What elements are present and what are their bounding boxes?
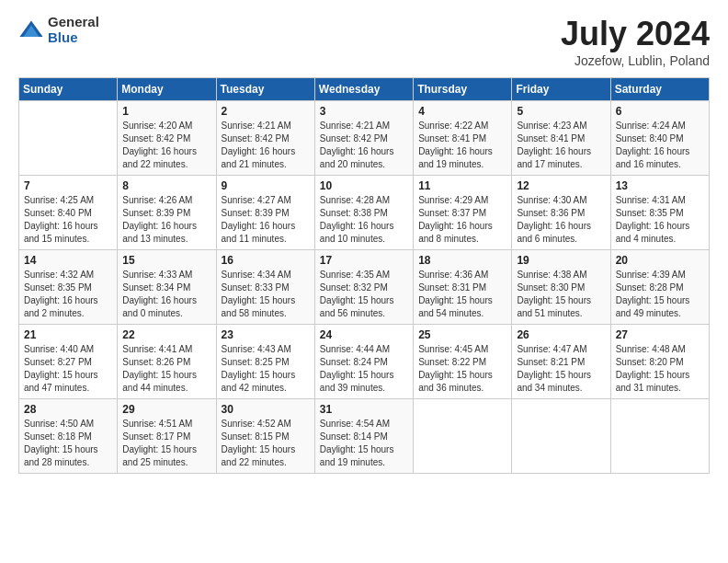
day-detail-2-4: Sunrise: 4:36 AM Sunset: 8:31 PM Dayligh…	[418, 269, 506, 320]
cell-3-1: 22Sunrise: 4:41 AM Sunset: 8:26 PM Dayli…	[118, 325, 216, 399]
day-number-2-4: 18	[418, 254, 506, 267]
logo-blue-text: Blue	[48, 30, 99, 46]
calendar-table: Sunday Monday Tuesday Wednesday Thursday…	[18, 77, 710, 474]
cell-2-5: 19Sunrise: 4:38 AM Sunset: 8:30 PM Dayli…	[512, 250, 610, 325]
cell-2-4: 18Sunrise: 4:36 AM Sunset: 8:31 PM Dayli…	[414, 250, 512, 325]
cell-1-2: 9Sunrise: 4:27 AM Sunset: 8:39 PM Daylig…	[216, 176, 314, 250]
day-number-0-1: 1	[122, 105, 210, 118]
cell-1-5: 12Sunrise: 4:30 AM Sunset: 8:36 PM Dayli…	[512, 176, 610, 250]
day-detail-3-5: Sunrise: 4:47 AM Sunset: 8:21 PM Dayligh…	[517, 343, 605, 395]
day-number-0-5: 5	[517, 105, 605, 118]
day-number-3-5: 26	[517, 328, 605, 341]
header-saturday: Saturday	[610, 78, 709, 101]
day-detail-0-1: Sunrise: 4:20 AM Sunset: 8:42 PM Dayligh…	[122, 120, 210, 171]
logo-general-text: General	[48, 15, 99, 30]
header-thursday: Thursday	[414, 78, 512, 101]
day-number-3-2: 23	[222, 328, 310, 341]
cell-4-5	[512, 399, 610, 474]
day-number-0-2: 2	[222, 105, 310, 118]
logo-text: General Blue	[48, 15, 99, 45]
day-detail-4-0: Sunrise: 4:50 AM Sunset: 8:18 PM Dayligh…	[24, 418, 112, 469]
week-row-3: 21Sunrise: 4:40 AM Sunset: 8:27 PM Dayli…	[19, 325, 710, 399]
cell-0-4: 4Sunrise: 4:22 AM Sunset: 8:41 PM Daylig…	[414, 101, 512, 176]
day-number-0-6: 6	[616, 105, 704, 118]
week-row-0: 1Sunrise: 4:20 AM Sunset: 8:42 PM Daylig…	[19, 101, 710, 176]
cell-4-3: 31Sunrise: 4:54 AM Sunset: 8:14 PM Dayli…	[314, 399, 413, 474]
day-detail-2-3: Sunrise: 4:35 AM Sunset: 8:32 PM Dayligh…	[320, 269, 408, 320]
day-detail-0-5: Sunrise: 4:23 AM Sunset: 8:41 PM Dayligh…	[517, 120, 605, 171]
day-detail-4-3: Sunrise: 4:54 AM Sunset: 8:14 PM Dayligh…	[320, 418, 408, 469]
day-number-1-4: 11	[418, 179, 506, 192]
day-number-1-3: 10	[320, 179, 408, 192]
day-number-1-0: 7	[24, 179, 112, 192]
day-number-1-1: 8	[122, 179, 210, 192]
main-container: General Blue July 2024 Jozefow, Lublin, …	[0, 0, 728, 483]
cell-4-6	[610, 399, 709, 474]
cell-3-3: 24Sunrise: 4:44 AM Sunset: 8:24 PM Dayli…	[314, 325, 413, 399]
cell-0-0	[19, 101, 118, 176]
cell-4-0: 28Sunrise: 4:50 AM Sunset: 8:18 PM Dayli…	[19, 399, 118, 474]
title-block: July 2024 Jozefow, Lublin, Poland	[561, 15, 710, 68]
cell-4-2: 30Sunrise: 4:52 AM Sunset: 8:15 PM Dayli…	[216, 399, 314, 474]
day-number-3-1: 22	[122, 328, 210, 341]
day-detail-0-3: Sunrise: 4:21 AM Sunset: 8:42 PM Dayligh…	[320, 120, 408, 171]
week-row-2: 14Sunrise: 4:32 AM Sunset: 8:35 PM Dayli…	[19, 250, 710, 325]
day-detail-3-1: Sunrise: 4:41 AM Sunset: 8:26 PM Dayligh…	[122, 343, 210, 395]
logo-icon	[18, 17, 44, 43]
day-detail-4-2: Sunrise: 4:52 AM Sunset: 8:15 PM Dayligh…	[222, 418, 310, 469]
header-friday: Friday	[512, 78, 610, 101]
day-number-0-3: 3	[320, 105, 408, 118]
day-number-3-3: 24	[320, 328, 408, 341]
header-sunday: Sunday	[19, 78, 118, 101]
day-number-4-3: 31	[320, 403, 408, 416]
day-detail-2-2: Sunrise: 4:34 AM Sunset: 8:33 PM Dayligh…	[222, 269, 310, 320]
day-detail-2-0: Sunrise: 4:32 AM Sunset: 8:35 PM Dayligh…	[24, 269, 112, 320]
day-number-2-2: 16	[222, 254, 310, 267]
cell-3-6: 27Sunrise: 4:48 AM Sunset: 8:20 PM Dayli…	[610, 325, 709, 399]
cell-3-4: 25Sunrise: 4:45 AM Sunset: 8:22 PM Dayli…	[414, 325, 512, 399]
cell-4-1: 29Sunrise: 4:51 AM Sunset: 8:17 PM Dayli…	[118, 399, 216, 474]
day-number-1-5: 12	[517, 179, 605, 192]
cell-2-0: 14Sunrise: 4:32 AM Sunset: 8:35 PM Dayli…	[19, 250, 118, 325]
cell-2-1: 15Sunrise: 4:33 AM Sunset: 8:34 PM Dayli…	[118, 250, 216, 325]
day-number-0-4: 4	[418, 105, 506, 118]
day-detail-3-2: Sunrise: 4:43 AM Sunset: 8:25 PM Dayligh…	[222, 343, 310, 395]
day-number-2-5: 19	[517, 254, 605, 267]
day-detail-0-2: Sunrise: 4:21 AM Sunset: 8:42 PM Dayligh…	[222, 120, 310, 171]
day-detail-1-5: Sunrise: 4:30 AM Sunset: 8:36 PM Dayligh…	[517, 194, 605, 246]
day-detail-1-6: Sunrise: 4:31 AM Sunset: 8:35 PM Dayligh…	[616, 194, 704, 246]
day-detail-3-3: Sunrise: 4:44 AM Sunset: 8:24 PM Dayligh…	[320, 343, 408, 395]
day-number-4-0: 28	[24, 403, 112, 416]
header-row-days: Sunday Monday Tuesday Wednesday Thursday…	[19, 78, 710, 101]
day-detail-3-0: Sunrise: 4:40 AM Sunset: 8:27 PM Dayligh…	[24, 343, 112, 395]
day-number-3-6: 27	[616, 328, 704, 341]
cell-1-0: 7Sunrise: 4:25 AM Sunset: 8:40 PM Daylig…	[19, 176, 118, 250]
day-number-2-3: 17	[320, 254, 408, 267]
header-tuesday: Tuesday	[216, 78, 314, 101]
day-number-2-0: 14	[24, 254, 112, 267]
cell-3-0: 21Sunrise: 4:40 AM Sunset: 8:27 PM Dayli…	[19, 325, 118, 399]
cell-2-2: 16Sunrise: 4:34 AM Sunset: 8:33 PM Dayli…	[216, 250, 314, 325]
day-detail-2-6: Sunrise: 4:39 AM Sunset: 8:28 PM Dayligh…	[616, 269, 704, 320]
day-detail-2-5: Sunrise: 4:38 AM Sunset: 8:30 PM Dayligh…	[517, 269, 605, 320]
cell-0-2: 2Sunrise: 4:21 AM Sunset: 8:42 PM Daylig…	[216, 101, 314, 176]
day-number-4-1: 29	[122, 403, 210, 416]
day-detail-1-1: Sunrise: 4:26 AM Sunset: 8:39 PM Dayligh…	[122, 194, 210, 246]
header-monday: Monday	[118, 78, 216, 101]
week-row-4: 28Sunrise: 4:50 AM Sunset: 8:18 PM Dayli…	[19, 399, 710, 474]
cell-3-2: 23Sunrise: 4:43 AM Sunset: 8:25 PM Dayli…	[216, 325, 314, 399]
header-wednesday: Wednesday	[314, 78, 413, 101]
cell-1-6: 13Sunrise: 4:31 AM Sunset: 8:35 PM Dayli…	[610, 176, 709, 250]
cell-1-4: 11Sunrise: 4:29 AM Sunset: 8:37 PM Dayli…	[414, 176, 512, 250]
cell-0-3: 3Sunrise: 4:21 AM Sunset: 8:42 PM Daylig…	[314, 101, 413, 176]
day-detail-2-1: Sunrise: 4:33 AM Sunset: 8:34 PM Dayligh…	[122, 269, 210, 320]
main-title: July 2024	[561, 15, 710, 53]
day-detail-1-4: Sunrise: 4:29 AM Sunset: 8:37 PM Dayligh…	[418, 194, 506, 246]
day-detail-4-1: Sunrise: 4:51 AM Sunset: 8:17 PM Dayligh…	[122, 418, 210, 469]
cell-0-6: 6Sunrise: 4:24 AM Sunset: 8:40 PM Daylig…	[610, 101, 709, 176]
calendar-body: 1Sunrise: 4:20 AM Sunset: 8:42 PM Daylig…	[19, 101, 710, 474]
day-number-3-0: 21	[24, 328, 112, 341]
day-detail-1-3: Sunrise: 4:28 AM Sunset: 8:38 PM Dayligh…	[320, 194, 408, 246]
day-number-4-2: 30	[222, 403, 310, 416]
cell-1-1: 8Sunrise: 4:26 AM Sunset: 8:39 PM Daylig…	[118, 176, 216, 250]
